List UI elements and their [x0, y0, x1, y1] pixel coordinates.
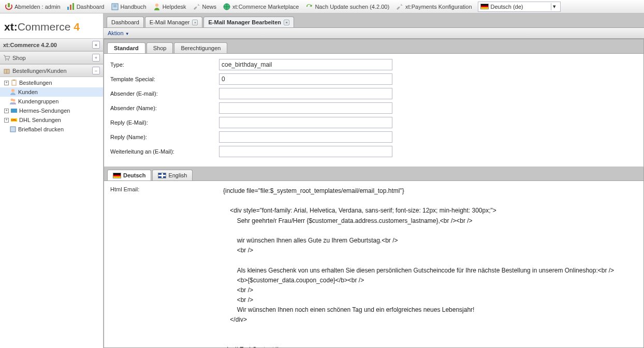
dhl-icon: DHL — [10, 116, 18, 124]
wrench-icon — [396, 3, 404, 11]
clipboard-icon — [10, 79, 18, 86]
tree-kundengruppen-label: Kundengruppen — [18, 98, 58, 104]
from-email-label: Absender (E-mail): — [110, 90, 219, 97]
svg-point-15 — [11, 89, 14, 92]
orders-panel-header[interactable]: Bestellungen/Kunden − — [0, 64, 103, 77]
tree-hermes-label: Hermes-Sendungen — [19, 108, 70, 114]
tab-email-edit[interactable]: E-Mail Manager Bearbeiten × — [203, 17, 294, 27]
handbook-label: Handbuch — [121, 4, 147, 10]
subtab-shop[interactable]: Shop — [147, 42, 173, 53]
subtab-perm[interactable]: Berechtigungen — [174, 42, 227, 53]
payments-label: xt:Payments Konfiguration — [405, 4, 472, 10]
close-icon[interactable]: × — [192, 20, 198, 25]
tpl-input[interactable] — [219, 73, 392, 85]
plus-icon[interactable]: + — [4, 81, 9, 85]
wrench-icon — [193, 3, 201, 11]
html-email-label: Html Email: — [110, 186, 219, 348]
tree-hermes[interactable]: + Hermes-Sendungen — [0, 106, 103, 115]
from-name-input[interactable] — [219, 102, 392, 114]
from-name-label: Absender (Name): — [110, 105, 219, 111]
main-area: Dashboard E-Mail Manager × E-Mail Manage… — [104, 13, 644, 348]
langtab-de[interactable]: Deutsch — [107, 170, 151, 180]
caret-down-icon: ▼ — [125, 32, 129, 36]
marketplace-button[interactable]: xt:Commerce Marketplace — [220, 2, 301, 12]
marketplace-label: xt:Commerce Marketplace — [232, 4, 299, 10]
svg-point-7 — [155, 4, 158, 7]
expand-shop-button[interactable]: + — [92, 54, 100, 62]
tpl-label: Template Special: — [110, 76, 219, 82]
tab-dashboard[interactable]: Dashboard — [107, 17, 144, 27]
news-button[interactable]: News — [190, 2, 219, 12]
update-button[interactable]: Nach Update suchen (4.2.00) — [302, 2, 392, 12]
plus-icon[interactable]: + — [4, 109, 9, 113]
shop-label: Shop — [12, 55, 26, 61]
cart-icon — [3, 54, 10, 62]
refresh-icon — [305, 3, 313, 11]
svg-point-10 — [8, 59, 9, 60]
tree-kundengruppen[interactable]: Kundengruppen — [0, 97, 103, 106]
close-icon[interactable]: × — [284, 20, 289, 25]
action-menu-label: Aktion — [108, 30, 124, 36]
version-panel-header: xt:Commerce 4.2.00 « — [0, 38, 103, 51]
shop-panel-header[interactable]: Shop + — [0, 51, 103, 64]
collapse-sidebar-button[interactable]: « — [92, 41, 100, 49]
logo: xt:Commerce 4 — [0, 13, 103, 38]
subtab-perm-label: Berechtigungen — [181, 45, 221, 51]
svg-rect-1 — [67, 7, 69, 10]
helpdesk-button[interactable]: Helpdesk — [150, 2, 189, 12]
svg-rect-14 — [13, 80, 15, 81]
logout-icon — [5, 3, 13, 11]
action-menu[interactable]: Aktion ▼ — [108, 30, 129, 36]
logout-button[interactable]: Abmelden : admin — [2, 2, 63, 12]
tree-dhl[interactable]: + DHL DHL Sendungen — [0, 115, 103, 125]
tab-email-manager[interactable]: E-Mail Manager × — [145, 17, 203, 27]
orders-label: Bestellungen/Kunden — [12, 68, 67, 74]
dashboard-label: Dashboard — [77, 4, 105, 10]
langtab-de-label: Deutsch — [123, 172, 145, 178]
payments-button[interactable]: xt:Payments Konfiguration — [393, 2, 474, 12]
main-tabstrip: Dashboard E-Mail Manager × E-Mail Manage… — [104, 13, 644, 27]
html-email-content[interactable]: {include file="file:$_system_root_templa… — [223, 186, 637, 348]
chart-icon — [67, 3, 75, 11]
type-input[interactable] — [219, 59, 392, 70]
from-email-input[interactable] — [219, 88, 392, 99]
reply-name-label: Reply (Name): — [110, 134, 219, 140]
subtab-standard[interactable]: Standard — [107, 42, 145, 53]
svg-rect-21 — [10, 127, 16, 132]
svg-rect-18 — [11, 109, 17, 113]
tree-dhl-label: DHL Sendungen — [19, 117, 61, 123]
helpdesk-label: Helpdesk — [163, 4, 186, 10]
plus-icon[interactable]: + — [4, 118, 9, 123]
reply-email-input[interactable] — [219, 117, 392, 128]
logo-main: Commerce — [18, 21, 71, 33]
tree-brieflabel[interactable]: Brieflabel drucken — [0, 125, 103, 134]
top-toolbar: Abmelden : admin Dashboard Handbuch Help… — [0, 0, 644, 13]
svg-point-17 — [13, 99, 16, 102]
handbook-button[interactable]: Handbuch — [108, 2, 149, 12]
reply-email-label: Reply (E-Mail): — [110, 119, 219, 126]
tree-bestellungen[interactable]: + Bestellungen — [0, 78, 103, 87]
subtab-shop-label: Shop — [153, 45, 167, 51]
svg-rect-13 — [12, 80, 16, 85]
tab-email-edit-label: E-Mail Manager Bearbeiten — [208, 19, 281, 25]
logo-prefix: xt: — [4, 21, 18, 33]
tree-kunden[interactable]: Kunden — [0, 87, 103, 97]
lang-selected-label: Deutsch (de) — [491, 4, 523, 10]
action-bar: Aktion ▼ — [104, 27, 644, 39]
forward-input[interactable] — [219, 146, 392, 157]
reply-name-input[interactable] — [219, 131, 392, 143]
print-icon — [9, 126, 17, 133]
langtab-en[interactable]: English — [152, 170, 193, 180]
svg-point-9 — [5, 59, 6, 60]
news-label: News — [202, 4, 217, 10]
language-select[interactable]: Deutsch (de) ▾ — [478, 2, 561, 12]
sub-tabstrip: Standard Shop Berechtigungen — [104, 39, 643, 53]
logo-version: 4 — [74, 21, 80, 33]
html-email-panel: Html Email: {include file="file:$_system… — [104, 180, 643, 348]
logout-label: Abmelden : admin — [14, 4, 61, 10]
orders-tree: + Bestellungen Kunden Kundengruppen + He… — [0, 77, 103, 135]
collapse-orders-button[interactable]: − — [92, 67, 100, 74]
dashboard-button[interactable]: Dashboard — [64, 2, 107, 12]
svg-rect-2 — [70, 5, 71, 10]
subtab-standard-label: Standard — [114, 45, 139, 51]
